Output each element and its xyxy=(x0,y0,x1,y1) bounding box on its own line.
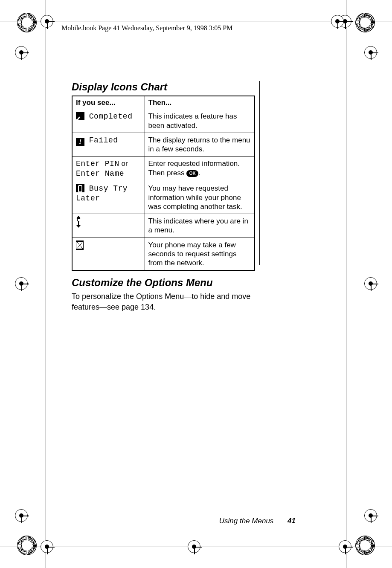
table-row: Completed This indicates a feature has b… xyxy=(72,109,255,133)
registration-mark-icon xyxy=(41,15,53,28)
registration-mark-icon xyxy=(15,509,28,522)
display-icons-table: If you see... Then... Completed This ind… xyxy=(72,96,255,271)
ornament-rosette xyxy=(17,536,37,555)
registration-mark-icon xyxy=(15,277,28,290)
page-footer: Using the Menus 41 xyxy=(72,517,296,525)
registration-mark-icon xyxy=(41,540,53,553)
cell-then: You may have requested information while… xyxy=(145,181,255,214)
registration-mark-icon xyxy=(364,509,377,522)
table-header-if: If you see... xyxy=(72,96,145,109)
ornament-rosette xyxy=(355,536,375,555)
running-header: Mobile.book Page 41 Wednesday, September… xyxy=(61,24,232,32)
table-row: ! Failed The display returns to the menu… xyxy=(72,133,255,156)
table-header-then: Then... xyxy=(145,96,255,109)
checkmark-icon xyxy=(76,112,84,120)
exclamation-icon: ! xyxy=(76,138,84,146)
lcd-text: Failed xyxy=(89,136,118,145)
lcd-text: Enter Name xyxy=(76,169,124,178)
registration-mark-icon xyxy=(331,15,344,28)
registration-mark-icon xyxy=(339,540,351,553)
table-header-row: If you see... Then... xyxy=(72,96,255,109)
text-or: or xyxy=(119,159,128,168)
ok-button-icon: OK xyxy=(186,170,198,177)
registration-mark-icon xyxy=(188,540,200,553)
crop-line-right xyxy=(346,0,346,568)
page: Mobile.book Page 41 Wednesday, September… xyxy=(0,0,392,568)
hourglass-icon xyxy=(76,241,84,250)
lcd-text: Completed xyxy=(89,112,133,121)
scroll-indicator-icon xyxy=(76,217,82,228)
footer-chapter: Using the Menus xyxy=(219,517,274,525)
cell-if: Enter PIN or Enter Name xyxy=(72,156,145,181)
cell-then: Enter requested information. Then press … xyxy=(145,156,255,181)
registration-mark-icon xyxy=(15,46,28,59)
cell-then: This indicates where you are in a menu. xyxy=(145,214,255,238)
cell-if: Busy Try Later xyxy=(72,181,145,214)
lcd-text: Enter PIN xyxy=(76,159,119,168)
registration-mark-icon xyxy=(364,277,377,290)
cell-if: ! Failed xyxy=(72,133,145,156)
crop-line-left xyxy=(46,0,46,568)
table-row: Enter PIN or Enter Name Enter requested … xyxy=(72,156,255,181)
cell-then: This indicates a feature has been activa… xyxy=(145,109,255,133)
table-row: Busy Try Later You may have requested in… xyxy=(72,181,255,214)
phone-icon xyxy=(76,184,84,192)
text: . xyxy=(198,169,200,177)
cell-if xyxy=(72,214,145,238)
table-row: Your phone may take a few seconds to req… xyxy=(72,238,255,270)
ornament-rosette xyxy=(355,13,375,32)
body-paragraph: To personalize the Options Menu—to hide … xyxy=(72,291,259,312)
content-column: Display Icons Chart If you see... Then..… xyxy=(72,81,259,312)
table-row: This indicates where you are in a menu. xyxy=(72,214,255,238)
section-heading-display-icons: Display Icons Chart xyxy=(72,81,259,93)
cell-then: The display returns to the menu in a few… xyxy=(145,133,255,156)
cell-if: Completed xyxy=(72,109,145,133)
footer-page-number: 41 xyxy=(287,517,296,525)
ornament-rosette xyxy=(17,13,37,32)
column-rule xyxy=(259,81,260,265)
cell-if xyxy=(72,238,145,270)
cell-then: Your phone may take a few seconds to req… xyxy=(145,238,255,270)
section-heading-customize: Customize the Options Menu xyxy=(72,277,259,289)
registration-mark-icon xyxy=(364,46,377,59)
